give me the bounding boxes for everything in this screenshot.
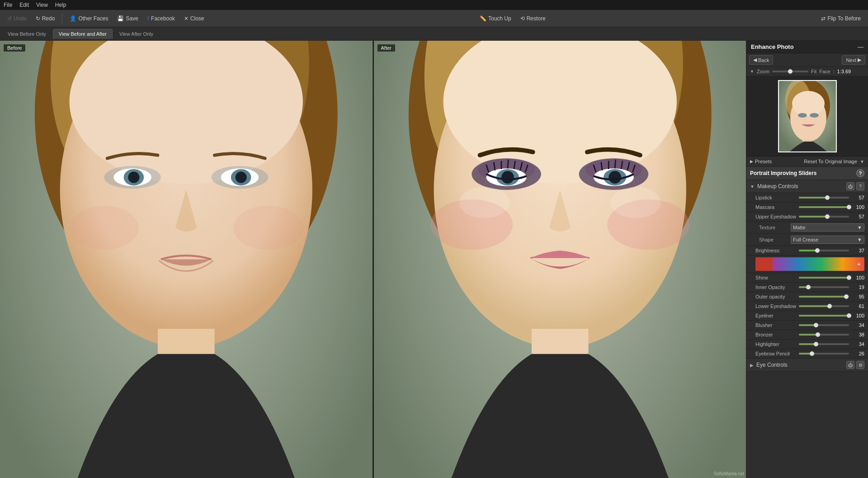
eyeliner-value: 100: [852, 313, 864, 318]
bronzer-thumb[interactable]: [816, 332, 820, 337]
shine-value: 100: [852, 275, 864, 280]
menu-view[interactable]: View: [36, 2, 48, 8]
presets-arrow-icon: ▶: [750, 159, 753, 164]
highlighter-thumb[interactable]: [814, 342, 818, 346]
highlighter-slider[interactable]: [799, 343, 849, 345]
before-image: [0, 41, 373, 478]
bronzer-row: Bronzer 38: [746, 330, 868, 340]
makeup-help-icon[interactable]: ?: [856, 182, 864, 190]
help-icon[interactable]: ?: [856, 169, 864, 177]
zoom-fit-label[interactable]: Fit: [811, 69, 816, 74]
eyebrow-pencil-thumb[interactable]: [810, 351, 814, 356]
texture-dropdown[interactable]: Matte ▼: [791, 223, 864, 232]
shine-slider[interactable]: [799, 277, 849, 279]
inner-opacity-value: 19: [852, 284, 864, 290]
brightness-slider[interactable]: [799, 250, 849, 251]
lipstick-slider[interactable]: [799, 197, 849, 199]
color-gradient[interactable]: +: [755, 257, 864, 271]
svg-point-13: [236, 171, 247, 183]
brightness-thumb[interactable]: [815, 248, 820, 253]
eye-controls-power-icon[interactable]: ⏻: [846, 361, 854, 369]
blusher-slider[interactable]: [799, 324, 849, 326]
reset-dropdown-icon[interactable]: ▼: [860, 159, 864, 164]
enhance-title: Enhance Photo: [751, 43, 794, 50]
highlighter-value: 34: [852, 341, 864, 347]
texture-label: Texture: [759, 225, 791, 230]
minimize-icon[interactable]: —: [858, 43, 863, 50]
upper-eyeshadow-thumb[interactable]: [825, 214, 830, 219]
touch-up-button[interactable]: ✏️ Touch Up: [476, 14, 515, 24]
zoom-face-label[interactable]: Face: [819, 69, 830, 74]
flip-to-before-button[interactable]: ⇄ Flip To Before: [817, 14, 864, 24]
makeup-controls-header[interactable]: ▼ Makeup Controls ⏻ ?: [746, 180, 868, 193]
zoom-slider[interactable]: [772, 71, 808, 72]
makeup-power-icon[interactable]: ⏻: [846, 182, 854, 190]
portrait-sliders-title: Portrait Improving Sliders: [750, 170, 816, 176]
mascara-fill: [799, 206, 849, 208]
undo-button[interactable]: ↺ Undo: [4, 14, 30, 24]
eye-controls-header[interactable]: ▶ Eye Controls ⏻ ⚙: [746, 359, 868, 372]
back-label: Back: [758, 57, 769, 63]
mascara-label: Mascara: [755, 204, 796, 210]
outer-opacity-row: Outer opacity 95: [746, 292, 868, 302]
upper-eyeshadow-slider[interactable]: [799, 216, 849, 218]
restore-icon: ⟲: [520, 15, 525, 22]
after-panel: After: [374, 41, 746, 478]
close-button[interactable]: ✕ Close: [180, 14, 208, 24]
zoom-label: Zoom: [757, 69, 769, 74]
outer-opacity-thumb[interactable]: [844, 294, 849, 299]
facebook-button[interactable]: f Facebook: [144, 13, 179, 24]
makeup-expand-icon: ▼: [750, 184, 755, 189]
nav-row: ◀ Back Next ▶: [746, 53, 868, 67]
lower-eyeshadow-value: 61: [852, 303, 864, 309]
inner-opacity-slider[interactable]: [799, 286, 849, 288]
lower-eyeshadow-slider[interactable]: [799, 305, 849, 307]
redo-button[interactable]: ↻ Redo: [32, 14, 59, 24]
tab-view-before-after[interactable]: View Before and After: [53, 29, 113, 39]
shine-thumb[interactable]: [847, 275, 851, 280]
outer-opacity-label: Outer opacity: [755, 294, 796, 299]
outer-opacity-slider[interactable]: [799, 296, 849, 298]
bronzer-value: 38: [852, 332, 864, 337]
svg-point-31: [501, 171, 514, 184]
save-button[interactable]: 💾 Save: [113, 14, 142, 24]
back-button[interactable]: ◀ Back: [749, 55, 773, 65]
svg-point-15: [233, 206, 303, 250]
menu-help[interactable]: Help: [55, 2, 66, 8]
lipstick-thumb[interactable]: [825, 195, 830, 200]
makeup-controls-title: Makeup Controls: [757, 183, 846, 189]
facebook-label: Facebook: [151, 15, 175, 22]
other-faces-button[interactable]: 👤 Other Faces: [66, 14, 112, 24]
tab-view-before-only[interactable]: View Before Only: [2, 29, 52, 39]
restore-button[interactable]: ⟲ Restore: [517, 14, 549, 24]
next-button[interactable]: Next ▶: [842, 55, 865, 65]
blusher-row: Blusher 34: [746, 321, 868, 330]
color-add-icon[interactable]: +: [857, 260, 861, 268]
bronzer-slider[interactable]: [799, 334, 849, 336]
thumbnail-face-svg: [779, 81, 837, 152]
lower-eyeshadow-thumb[interactable]: [827, 304, 832, 308]
presets-label: Presets: [755, 159, 772, 164]
after-image: [374, 41, 746, 478]
shape-dropdown[interactable]: Full Crease ▼: [791, 236, 864, 244]
eyeliner-thumb[interactable]: [847, 313, 851, 318]
eye-controls-settings-icon[interactable]: ⚙: [856, 361, 864, 369]
lower-eyeshadow-row: Lower Eyeshadow 61: [746, 302, 868, 311]
eyebrow-pencil-slider[interactable]: [799, 353, 849, 355]
presets-row: ▶ Presets Reset To Original Image ▼: [746, 156, 868, 167]
menu-file[interactable]: File: [4, 2, 12, 8]
menu-edit[interactable]: Edit: [19, 2, 29, 8]
eyeliner-label: Eyeliner: [755, 313, 796, 318]
presets-button[interactable]: ▶ Presets: [750, 159, 772, 164]
color-swatch[interactable]: [755, 257, 773, 271]
mascara-slider[interactable]: [799, 206, 849, 208]
eyeliner-slider[interactable]: [799, 315, 849, 317]
blusher-thumb[interactable]: [814, 323, 818, 327]
inner-opacity-thumb[interactable]: [806, 285, 811, 289]
mascara-thumb[interactable]: [847, 205, 851, 209]
reset-button[interactable]: Reset To Original Image: [774, 159, 857, 164]
tab-view-after-only[interactable]: View After Only: [113, 29, 159, 39]
inner-opacity-label: Inner Opacity: [755, 284, 796, 290]
highlighter-row: Highlighter 34: [746, 340, 868, 349]
eyeliner-fill: [799, 315, 849, 317]
